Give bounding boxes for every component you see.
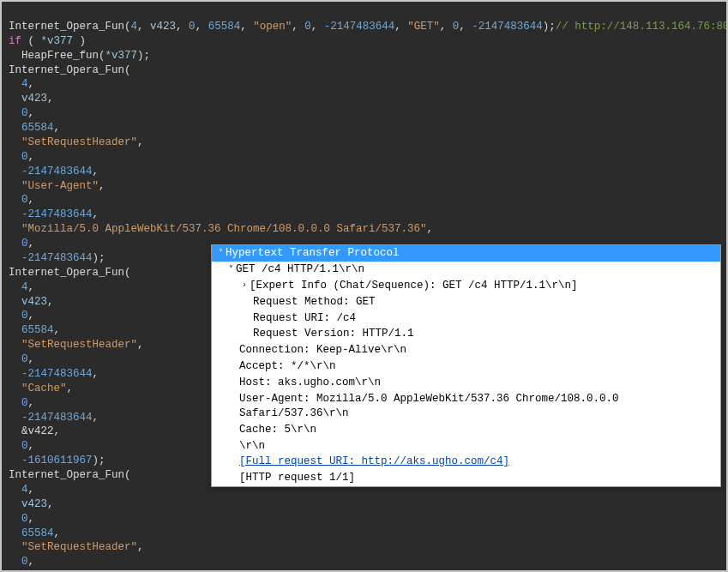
expert-info: [Expert Info (Chat/Sequence): GET /c4 HT… bbox=[250, 279, 578, 293]
header-host: Host: aks.ugho.com\r\n bbox=[239, 376, 381, 390]
code-line: -2147483644, bbox=[9, 208, 99, 220]
request-uri-row[interactable]: Request URI: /c4 bbox=[212, 310, 720, 327]
code-line: -2147483644, bbox=[9, 368, 99, 380]
code-line: 0, bbox=[9, 151, 34, 163]
code-line: 0, bbox=[9, 107, 34, 119]
header-accept: Accept: */*\r\n bbox=[239, 359, 336, 374]
code-line: 0, bbox=[9, 238, 34, 250]
code-line: 0, bbox=[9, 440, 34, 452]
comment: // http://148.113.164.76:8080/c4 bbox=[556, 21, 728, 33]
request-line-row[interactable]: ˅ GET /c4 HTTP/1.1\r\n bbox=[212, 262, 720, 278]
code-line: Internet_Opera_Fun( bbox=[9, 267, 131, 279]
code-line: if ( *v377 ) bbox=[9, 35, 86, 47]
code-line: 0, bbox=[9, 194, 34, 206]
request-version-row[interactable]: Request Version: HTTP/1.1 bbox=[212, 326, 720, 342]
code-line: "User-Agent", bbox=[9, 180, 105, 192]
request-version: Request Version: HTTP/1.1 bbox=[253, 327, 414, 341]
code-line: 4, bbox=[9, 484, 34, 496]
header-host-row[interactable]: Host: aks.ugho.com\r\n bbox=[212, 375, 720, 391]
proto-header-row[interactable]: ˅ Hypertext Transfer Protocol bbox=[212, 245, 720, 262]
http-request-number: [HTTP request 1/1] bbox=[239, 471, 355, 485]
http-request-number-row[interactable]: [HTTP request 1/1] bbox=[212, 470, 720, 486]
chevron-down-icon[interactable]: ˅ bbox=[215, 248, 226, 260]
request-method-row[interactable]: Request Method: GET bbox=[212, 294, 720, 310]
code-line: Internet_Opera_Fun( bbox=[9, 64, 131, 76]
expert-info-row[interactable]: › [Expert Info (Chat/Sequence): GET /c4 … bbox=[212, 278, 720, 294]
code-line: 65584, bbox=[9, 122, 60, 134]
proto-title: Hypertext Transfer Protocol bbox=[226, 246, 400, 261]
code-line: 0, bbox=[9, 353, 34, 365]
chevron-right-icon[interactable]: › bbox=[239, 280, 250, 292]
code-line: "SetRequestHeader", bbox=[9, 541, 144, 553]
code-line: 65584, bbox=[9, 324, 60, 336]
code-line: "SetRequestHeader", bbox=[9, 136, 144, 148]
header-cache: Cache: 5\r\n bbox=[239, 423, 316, 437]
request-uri: Request URI: /c4 bbox=[253, 311, 356, 326]
code-line: Internet_Opera_Fun( bbox=[9, 469, 131, 481]
request-method: Request Method: GET bbox=[253, 295, 376, 310]
full-request-uri-link[interactable]: [Full request URI: http://aks.ugho.com/c… bbox=[239, 455, 509, 469]
code-line: Internet_Opera_Fun(4, v423, 0, 65584, "o… bbox=[9, 21, 728, 33]
fn-call: Internet_Opera_Fun bbox=[9, 21, 124, 33]
code-line: HeapFree_fun(*v377); bbox=[9, 50, 150, 62]
header-connection-row[interactable]: Connection: Keep-Alive\r\n bbox=[212, 342, 720, 358]
code-line: &v422, bbox=[9, 425, 60, 437]
code-line: 0, bbox=[9, 397, 34, 409]
code-line: 4, bbox=[9, 281, 34, 293]
code-line: 65584, bbox=[9, 527, 60, 539]
blank-line: \r\n bbox=[239, 439, 265, 454]
header-user-agent: User-Agent: Mozilla/5.0 AppleWebKit/537.… bbox=[239, 392, 720, 421]
code-line: 0, bbox=[9, 310, 34, 322]
code-line: 4, bbox=[9, 78, 34, 90]
code-line: "SetRequestHeader", bbox=[9, 339, 144, 351]
code-line: "Mozilla/5.0 AppleWebKit/537.36 Chrome/1… bbox=[9, 223, 433, 235]
code-line: 0, bbox=[9, 513, 34, 525]
blank-line-row[interactable]: \r\n bbox=[212, 438, 720, 455]
header-accept-row[interactable]: Accept: */*\r\n bbox=[212, 358, 720, 375]
header-user-agent-row[interactable]: User-Agent: Mozilla/5.0 AppleWebKit/537.… bbox=[212, 391, 720, 422]
header-connection: Connection: Keep-Alive\r\n bbox=[239, 343, 406, 358]
code-line: v423, bbox=[9, 498, 54, 510]
code-line: -1610611967); bbox=[9, 455, 105, 467]
code-line: -2147483644); bbox=[9, 252, 105, 264]
code-line: 0, bbox=[9, 556, 34, 568]
code-line: v423, bbox=[9, 93, 54, 105]
chevron-down-icon[interactable]: ˅ bbox=[226, 264, 236, 276]
header-cache-row[interactable]: Cache: 5\r\n bbox=[212, 422, 720, 438]
full-request-uri-row[interactable]: [Full request URI: http://aks.ugho.com/c… bbox=[212, 454, 720, 470]
request-line: GET /c4 HTTP/1.1\r\n bbox=[236, 262, 364, 277]
code-line: "Cache", bbox=[9, 382, 73, 394]
code-line: -2147483644, bbox=[9, 412, 99, 424]
code-line: -2147483644, bbox=[9, 166, 99, 178]
code-line: v423, bbox=[9, 296, 54, 308]
packet-details-panel: ˅ Hypertext Transfer Protocol ˅ GET /c4 … bbox=[211, 244, 721, 487]
